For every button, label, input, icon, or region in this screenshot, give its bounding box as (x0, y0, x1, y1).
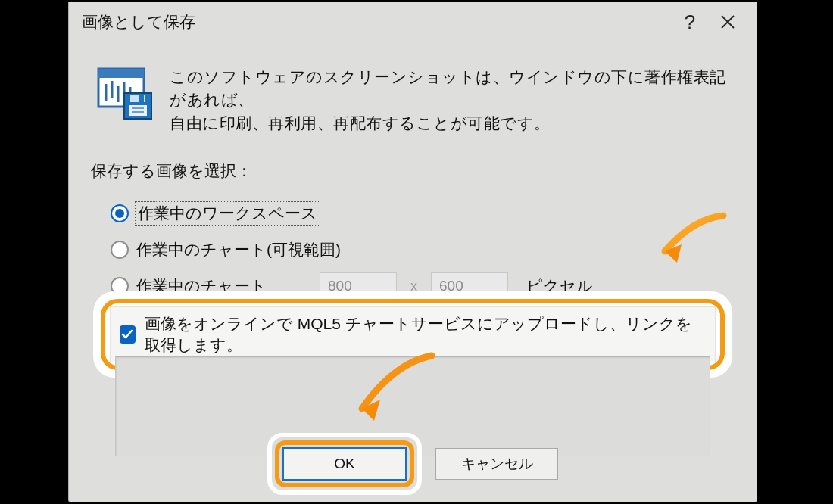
options-group: 作業中のワークスペース 作業中のチャート(可視範囲) 作業中のチャート x ピク… (91, 195, 735, 304)
help-button[interactable]: ? (671, 5, 709, 39)
ok-button[interactable]: OK (282, 447, 407, 481)
radio-workspace[interactable] (111, 204, 129, 222)
ok-highlight: OK (267, 433, 422, 495)
intro-line2: 自由に印刷、再利用、再配布することが可能です。 (170, 114, 551, 132)
upload-checkbox[interactable] (120, 325, 136, 344)
intro-section: このソフトウェアのスクリーンショットは、ウインドウの下に著作権表記があれば、 自… (91, 43, 735, 135)
save-image-dialog: 画像として保存 ? (68, 2, 757, 502)
option-chart-visible-label: 作業中のチャート(可視範囲) (136, 239, 341, 260)
close-button[interactable] (709, 5, 747, 39)
dialog-content: このソフトウェアのスクリーンショットは、ウインドウの下に著作権表記があれば、 自… (91, 43, 735, 502)
ok-button-label: OK (334, 456, 354, 472)
section-label: 保存する画像を選択： (91, 160, 735, 182)
cancel-button[interactable]: キャンセル (435, 448, 558, 480)
radio-chart-visible[interactable] (111, 241, 129, 259)
button-row: OK キャンセル (91, 433, 735, 495)
intro-text: このソフトウェアのスクリーンショットは、ウインドウの下に著作権表記があれば、 自… (170, 66, 730, 135)
upload-checkbox-label: 画像をオンラインで MQL5 チャートサービスにアップロードし、リンクを取得しま… (145, 313, 706, 356)
save-chart-icon (95, 66, 156, 120)
close-icon (720, 14, 735, 30)
svg-rect-12 (129, 105, 147, 116)
option-workspace-label: 作業中のワークスペース (136, 203, 319, 224)
upload-checkbox-row[interactable]: 画像をオンラインで MQL5 チャートサービスにアップロードし、リンクを取得しま… (110, 306, 716, 362)
titlebar: 画像として保存 ? (68, 2, 757, 42)
svg-rect-3 (98, 69, 144, 78)
svg-rect-11 (139, 95, 144, 102)
cancel-button-label: キャンセル (461, 454, 533, 474)
intro-line1: このソフトウェアのスクリーンショットは、ウインドウの下に著作権表記があれば、 (170, 68, 726, 108)
dialog-title: 画像として保存 (82, 11, 671, 33)
option-workspace[interactable]: 作業中のワークスペース (111, 195, 735, 232)
check-icon (121, 329, 133, 340)
option-chart-visible[interactable]: 作業中のチャート(可視範囲) (111, 232, 735, 268)
